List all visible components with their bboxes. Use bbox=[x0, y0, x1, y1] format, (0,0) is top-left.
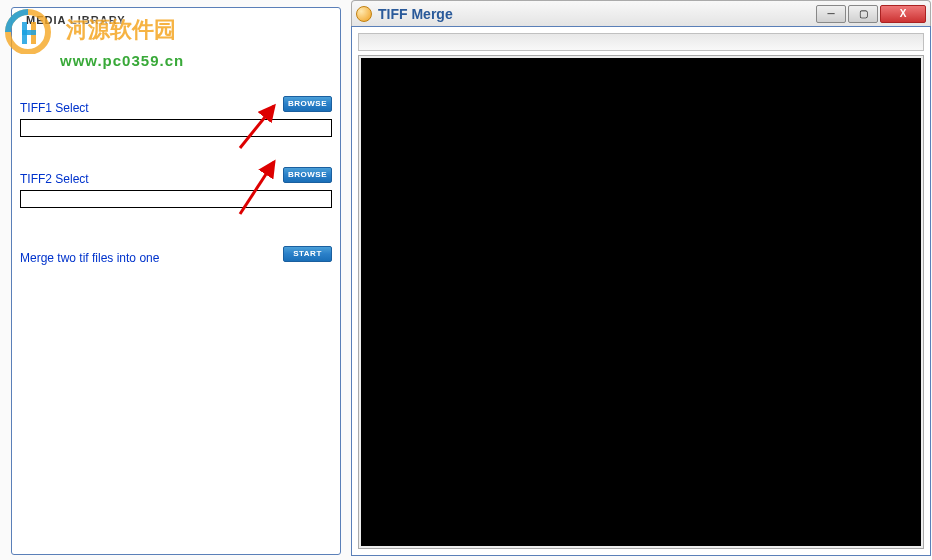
merge-label: Merge two tif files into one bbox=[20, 251, 159, 265]
tiff-merge-window: TIFF Merge ─ ▢ X bbox=[351, 0, 931, 556]
close-button[interactable]: X bbox=[880, 5, 926, 23]
tiff2-browse-button[interactable]: BROWSE bbox=[283, 167, 332, 183]
window-controls: ─ ▢ X bbox=[814, 5, 926, 23]
toolbar-strip bbox=[358, 33, 924, 51]
panel-title: MEDIA LIBRARY bbox=[26, 14, 332, 26]
tiff2-path-input[interactable] bbox=[20, 190, 332, 208]
minimize-button[interactable]: ─ bbox=[816, 5, 846, 23]
merge-row: Merge two tif files into one START bbox=[20, 248, 332, 267]
tiff1-path-input[interactable] bbox=[20, 119, 332, 137]
preview-area bbox=[361, 58, 921, 546]
window-body bbox=[351, 26, 931, 556]
preview-frame bbox=[358, 55, 924, 549]
tiff1-browse-button[interactable]: BROWSE bbox=[283, 96, 332, 112]
window-title: TIFF Merge bbox=[378, 6, 814, 22]
tiff1-row: TIFF1 Select BROWSE bbox=[20, 98, 332, 137]
app-icon bbox=[356, 6, 372, 22]
tiff2-label: TIFF2 Select bbox=[20, 172, 89, 186]
media-library-panel: MEDIA LIBRARY TIFF1 Select BROWSE TIFF2 … bbox=[11, 7, 341, 555]
maximize-button[interactable]: ▢ bbox=[848, 5, 878, 23]
start-button[interactable]: START bbox=[283, 246, 332, 262]
tiff1-label: TIFF1 Select bbox=[20, 101, 89, 115]
titlebar: TIFF Merge ─ ▢ X bbox=[351, 0, 931, 26]
tiff2-row: TIFF2 Select BROWSE bbox=[20, 169, 332, 208]
